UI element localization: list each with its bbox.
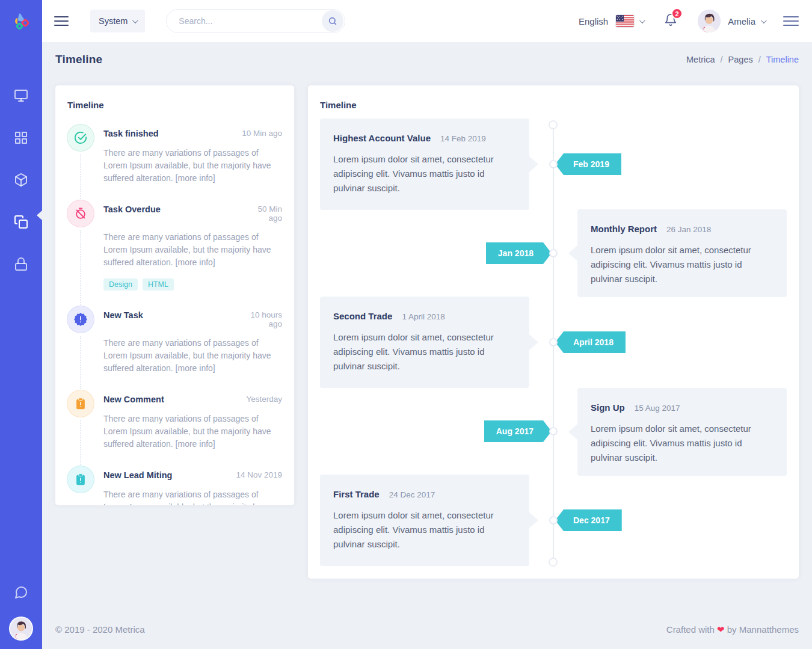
list-item: New Lead Miting 14 Nov 2019 There are ma… bbox=[67, 466, 282, 505]
system-dropdown[interactable]: System bbox=[90, 10, 145, 32]
timeline-entry-date: 26 Jan 2018 bbox=[666, 225, 711, 234]
timeline-node-dot bbox=[549, 249, 558, 257]
timeline-end-dot bbox=[549, 558, 558, 567]
search-input[interactable] bbox=[168, 16, 322, 26]
sidebar-chat-button[interactable] bbox=[0, 582, 42, 606]
app-root: System English bbox=[0, 0, 812, 649]
chevron-down-icon bbox=[132, 17, 138, 23]
copy-icon bbox=[14, 215, 28, 232]
language-chevron-icon[interactable] bbox=[639, 17, 645, 23]
activity-title: Task Overdue bbox=[103, 205, 161, 214]
sidebar-user-avatar[interactable] bbox=[9, 617, 33, 641]
package-icon bbox=[14, 173, 28, 189]
menu-toggle-icon[interactable] bbox=[54, 13, 69, 29]
activity-list: Task finished 10 Min ago There are many … bbox=[67, 125, 282, 505]
notifications-button[interactable]: 2 bbox=[664, 13, 677, 29]
activity-title: New Comment bbox=[103, 395, 164, 404]
search-bar bbox=[166, 9, 345, 33]
timeline-date-badge: Aug 2017 bbox=[484, 420, 552, 442]
tag-badge[interactable]: Design bbox=[103, 278, 138, 291]
breadcrumb-current: Timeline bbox=[766, 55, 799, 64]
timeline-node-dot bbox=[549, 160, 558, 168]
page-title: Timeline bbox=[55, 53, 102, 66]
activity-title: New Task bbox=[103, 310, 143, 320]
timeline-entry-box: Monthly Report 26 Jan 2018 Lorem ipsum d… bbox=[577, 209, 787, 297]
breadcrumb-separator: / bbox=[721, 55, 723, 64]
heart-icon: ❤ bbox=[717, 624, 725, 635]
timeline-node-dot bbox=[549, 516, 558, 524]
search-button[interactable] bbox=[322, 10, 343, 32]
list-item: New Comment Yesterday There are many var… bbox=[67, 390, 282, 466]
activity-title: New Lead Miting bbox=[103, 470, 172, 480]
tag-badge[interactable]: HTML bbox=[143, 278, 174, 291]
metrica-logo-icon[interactable] bbox=[0, 0, 42, 42]
timeline-entry-date: 15 Aug 2017 bbox=[635, 404, 680, 413]
page-header: Timeline Metrica / Pages / Timeline bbox=[55, 53, 799, 66]
breadcrumb: Metrica / Pages / Timeline bbox=[686, 55, 799, 64]
language-label[interactable]: English bbox=[579, 16, 608, 26]
topbar-user-avatar[interactable] bbox=[698, 10, 721, 32]
activity-title: Task finished bbox=[103, 129, 159, 138]
timeline-date-badge: Jan 2018 bbox=[486, 242, 552, 264]
list-item: Task finished 10 Min ago There are many … bbox=[67, 125, 282, 200]
timeline-entry-text: Lorem ipsum dolor sit amet, consectetur … bbox=[333, 508, 516, 552]
timeline-entry-title: Highest Account Value bbox=[333, 133, 431, 143]
history-timeline-card: Timeline Highest Account Value 14 Feb 20… bbox=[308, 85, 799, 579]
alarm-off-icon bbox=[67, 200, 94, 227]
user-name-label[interactable]: Amelia bbox=[728, 16, 755, 26]
credit-prefix: Crafted with bbox=[666, 624, 715, 635]
timeline-entry-date: 14 Feb 2019 bbox=[440, 134, 486, 143]
activity-time: 10 Min ago bbox=[242, 129, 282, 138]
topbar-right: English 2 bbox=[579, 10, 812, 32]
timeline-node-dot bbox=[549, 427, 558, 435]
timeline-entry-title: Sign Up bbox=[591, 402, 625, 413]
breadcrumb-section[interactable]: Pages bbox=[728, 55, 753, 64]
copyright-text: © 2019 - 2020 Metrica bbox=[55, 624, 145, 635]
activity-card-title: Timeline bbox=[67, 100, 282, 110]
activity-time: 50 Min ago bbox=[245, 205, 282, 223]
activity-timeline-card: Timeline Task finished 10 Min ago There … bbox=[55, 85, 294, 505]
sidebar-item-dashboard[interactable] bbox=[0, 76, 42, 118]
system-dropdown-label: System bbox=[99, 16, 128, 26]
credit-text: Crafted with ❤ by Mannatthemes bbox=[666, 624, 799, 635]
sidebar-nav bbox=[0, 76, 42, 286]
settings-menu-icon[interactable] bbox=[783, 13, 799, 29]
timeline-date-badge: Feb 2019 bbox=[555, 153, 621, 175]
timeline-start-dot bbox=[549, 120, 558, 129]
activity-time: Yesterday bbox=[246, 395, 282, 404]
timeline-entry-box: Highest Account Value 14 Feb 2019 Lorem … bbox=[320, 118, 529, 210]
timeline-entry-box: Sign Up 15 Aug 2017 Lorem ipsum dolor si… bbox=[577, 388, 787, 476]
timeline-date-badge: Dec 2017 bbox=[555, 509, 622, 531]
clipboard-alert-icon bbox=[67, 390, 94, 417]
us-flag-icon[interactable] bbox=[616, 15, 634, 27]
activity-time: 14 Nov 2019 bbox=[236, 470, 282, 479]
timeline-entry-title: Monthly Report bbox=[591, 224, 657, 234]
sidebar-item-authentication[interactable] bbox=[0, 244, 42, 286]
user-chevron-icon[interactable] bbox=[761, 17, 767, 23]
timeline-entry-date: 1 April 2018 bbox=[402, 312, 444, 321]
lock-icon bbox=[14, 257, 28, 274]
page-footer: © 2019 - 2020 Metrica Crafted with ❤ by … bbox=[55, 624, 799, 635]
timeline-canvas: Highest Account Value 14 Feb 2019 Lorem … bbox=[308, 85, 799, 579]
breadcrumb-root[interactable]: Metrica bbox=[686, 55, 715, 64]
activity-time: 10 hours ago bbox=[245, 310, 282, 328]
avatar-image-icon bbox=[698, 10, 721, 32]
sidebar-item-apps[interactable] bbox=[0, 118, 42, 160]
timeline-entry-text: Lorem ipsum dolor sit amet, consectetur … bbox=[591, 422, 774, 465]
activity-text: There are many variations of passages of… bbox=[103, 231, 282, 269]
clipboard-info-icon bbox=[67, 466, 94, 493]
topbar: System English bbox=[42, 0, 812, 42]
timeline-entry-date: 24 Dec 2017 bbox=[389, 490, 435, 499]
sidebar-item-pages[interactable] bbox=[0, 202, 42, 244]
timeline-entry-box: First Trade 24 Dec 2017 Lorem ipsum dolo… bbox=[320, 475, 529, 566]
avatar-image-icon bbox=[10, 618, 32, 639]
activity-text: There are many variations of passages of… bbox=[103, 488, 282, 505]
notification-count-badge: 2 bbox=[671, 8, 683, 19]
chat-icon bbox=[14, 585, 28, 602]
seal-exclamation-icon bbox=[67, 306, 94, 333]
grid-icon bbox=[14, 131, 28, 147]
sidebar-bottom bbox=[0, 582, 42, 641]
timeline-card-title: Timeline bbox=[320, 100, 787, 110]
activity-text: There are many variations of passages of… bbox=[103, 413, 282, 451]
sidebar-item-components[interactable] bbox=[0, 160, 42, 202]
